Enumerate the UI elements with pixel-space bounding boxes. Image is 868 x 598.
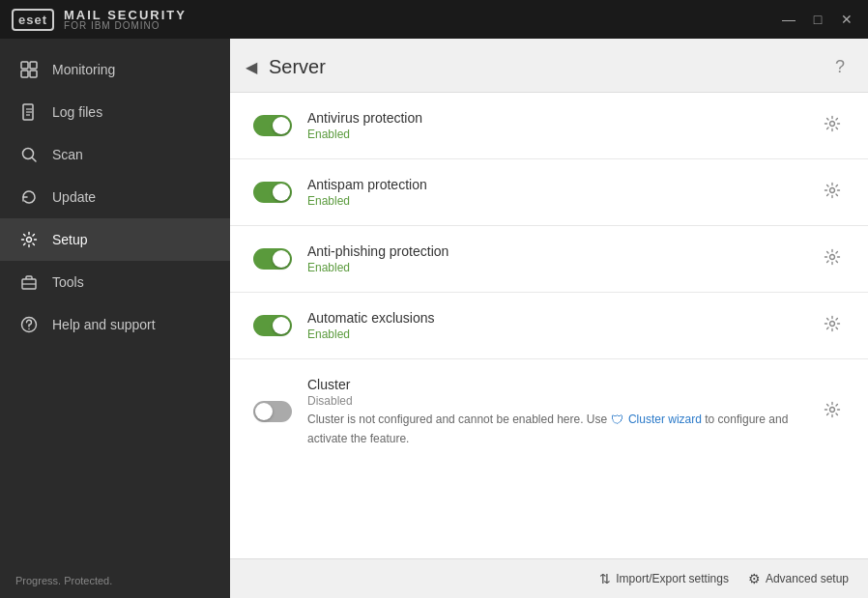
gear-settings-icon [824,401,841,418]
antispam-label: Antispam protection [307,177,804,192]
antiphishing-status: Enabled [307,261,804,274]
cluster-status: Disabled [307,394,804,408]
titlebar: eset MAIL SECURITY FOR IBM DOMINO — □ ✕ [0,0,868,39]
search-icon [19,145,39,164]
sidebar-item-label: Scan [52,147,83,162]
sidebar-item-tools[interactable]: Tools [0,261,230,303]
antiphishing-settings-button[interactable] [820,244,845,274]
cluster-label: Cluster [307,377,804,392]
antivirus-toggle-thumb [273,117,290,134]
titlebar-brand-area: eset MAIL SECURITY FOR IBM DOMINO [12,8,187,31]
logo: eset [12,9,54,31]
maximize-button[interactable]: □ [808,12,827,27]
antivirus-settings-button[interactable] [820,111,845,141]
back-button[interactable]: ◀ [246,58,257,76]
antispam-status: Enabled [307,194,804,208]
antispam-toggle-track [253,182,292,203]
cluster-row: Cluster Disabled Cluster is not configur… [230,359,868,465]
sidebar-item-label: Tools [52,274,84,290]
sidebar-item-label: Help and support [52,317,156,332]
page-title: Server [269,56,326,78]
antispam-settings-button[interactable] [820,178,845,208]
auto-exclusions-toggle-track [253,315,292,336]
auto-exclusions-toggle[interactable] [253,315,292,336]
auto-exclusions-label: Automatic exclusions [307,310,804,326]
document-icon [19,102,39,122]
close-button[interactable]: ✕ [837,12,856,27]
window-controls: — □ ✕ [779,12,856,27]
svg-point-19 [830,407,835,412]
content-area: ◀ Server ? Antivirus protection Enabled [230,39,868,598]
cluster-toggle[interactable] [253,401,292,422]
cluster-info: Cluster Disabled Cluster is not configur… [307,377,804,447]
cluster-wizard-link[interactable]: Cluster wizard [628,413,702,426]
sidebar-item-scan[interactable]: Scan [0,133,230,176]
auto-exclusions-toggle-thumb [273,317,290,334]
content-header-left: ◀ Server [246,56,326,78]
help-icon[interactable]: ? [835,57,845,77]
sidebar-item-logfiles[interactable]: Log files [0,91,230,133]
antivirus-label: Antivirus protection [307,110,804,126]
svg-point-8 [23,149,34,159]
svg-point-15 [830,121,835,126]
antivirus-info: Antivirus protection Enabled [307,110,804,141]
question-icon [19,315,39,334]
refresh-icon [19,187,39,207]
antivirus-row: Antivirus protection Enabled [230,93,868,159]
sidebar-item-help-support[interactable]: Help and support [0,303,230,346]
svg-line-9 [33,158,37,162]
antispam-toggle[interactable] [253,182,292,203]
cluster-toggle-thumb [255,403,273,420]
antiphishing-toggle[interactable] [253,248,292,270]
sidebar-item-label: Monitoring [52,62,115,77]
import-export-icon: ⇅ [599,571,611,586]
svg-rect-0 [21,62,28,69]
sidebar-nav: Monitoring Log files [0,39,230,563]
advanced-setup-icon: ⚙ [748,571,761,586]
antivirus-toggle-track [253,115,292,136]
sidebar-item-label: Setup [52,232,88,247]
auto-exclusions-info: Automatic exclusions Enabled [307,310,804,341]
import-export-button[interactable]: ⇅ Import/Export settings [599,571,729,586]
cluster-description: Cluster is not configured and cannot be … [307,411,804,447]
cluster-toggle-track [253,401,292,422]
gear-settings-icon [824,315,841,332]
minimize-button[interactable]: — [779,12,798,27]
cluster-description-text: Cluster is not configured and cannot be … [307,413,607,426]
svg-rect-2 [21,71,28,77]
sidebar-footer: Progress. Protected. [0,563,230,598]
antivirus-toggle[interactable] [253,115,292,136]
antiphishing-label: Anti-phishing protection [307,243,804,259]
briefcase-icon [19,272,39,292]
auto-exclusions-settings-button[interactable] [820,311,845,341]
advanced-setup-button[interactable]: ⚙ Advanced setup [748,571,849,586]
content-header: ◀ Server ? [230,39,868,93]
advanced-setup-label: Advanced setup [766,572,849,585]
antiphishing-row: Anti-phishing protection Enabled [230,226,868,293]
sidebar-item-label: Update [52,189,96,205]
sidebar: Monitoring Log files [0,39,230,598]
svg-rect-3 [30,71,37,77]
sidebar-item-update[interactable]: Update [0,176,230,218]
svg-point-18 [830,321,835,326]
antivirus-status: Enabled [307,128,804,141]
content-footer: ⇅ Import/Export settings ⚙ Advanced setu… [230,558,868,598]
shield-icon: 🛡 [611,411,623,430]
antispam-toggle-thumb [273,184,290,201]
antiphishing-toggle-thumb [273,250,290,268]
grid-icon [19,60,39,79]
svg-point-16 [830,187,835,192]
cluster-settings-button[interactable] [820,397,845,427]
gear-settings-icon [824,115,841,132]
svg-point-14 [28,328,30,330]
antispam-info: Antispam protection Enabled [307,177,804,208]
gear-settings-icon [824,248,841,266]
main-layout: Monitoring Log files [0,39,868,598]
antispam-row: Antispam protection Enabled [230,159,868,226]
svg-point-17 [830,254,835,259]
gear-settings-icon [824,182,841,199]
svg-point-10 [27,238,32,242]
sidebar-item-monitoring[interactable]: Monitoring [0,48,230,91]
sidebar-item-setup[interactable]: Setup [0,218,230,261]
titlebar-brand: MAIL SECURITY FOR IBM DOMINO [64,8,187,31]
